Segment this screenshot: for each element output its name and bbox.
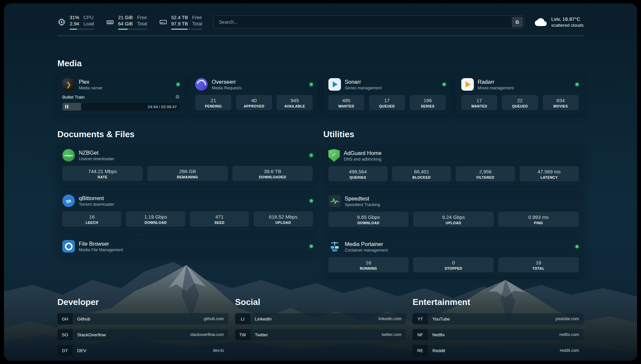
bookmark-url: reddit.com xyxy=(560,348,579,353)
stat-label: DOWNLOAD xyxy=(127,221,184,225)
bookmark-url: youtube.com xyxy=(555,317,579,321)
stat-box: 9.65 Gbps DOWNLOAD xyxy=(328,212,409,227)
stat-box: 618.52 Mbps UPLOAD xyxy=(254,211,313,227)
disk-free-value: 52.4 TB xyxy=(171,15,188,21)
app-name: Speedtest xyxy=(345,195,380,202)
playback-progress-bar[interactable]: 24:44 / 02:06:47 xyxy=(62,103,180,110)
app-card-qbittorrent[interactable]: qb qBittorrent Torrent downloader 16 LEE… xyxy=(57,190,318,231)
status-dot xyxy=(310,245,313,248)
section-title-social: Social xyxy=(235,297,406,307)
stat-value: 1.19 Gbps xyxy=(127,214,184,220)
bookmark-github[interactable]: GH Github github.com xyxy=(57,313,229,324)
stat-value: 196 xyxy=(411,97,444,104)
status-dot xyxy=(176,83,180,86)
stat-label: SEED xyxy=(191,221,248,225)
app-subtitle: Speedtest Tracking xyxy=(345,202,380,207)
stat-label: WANTED xyxy=(330,104,363,108)
system-stats: 31% 2.94 CPU Load xyxy=(57,15,202,30)
ram-free-value: 21 GiB xyxy=(118,15,133,21)
status-dot xyxy=(310,154,313,157)
stat-value: 22 xyxy=(503,97,536,104)
app-card-overseerr[interactable]: Overseerr Media Requests 21 PENDING 40 A… xyxy=(190,74,318,115)
bookmark-dev[interactable]: DT DEV dev.to xyxy=(57,345,229,356)
stat-box: 86,401 BLOCKED xyxy=(392,166,451,181)
stat-label: BLOCKED xyxy=(393,175,450,179)
pause-icon[interactable] xyxy=(65,105,68,108)
search-input[interactable] xyxy=(215,19,511,25)
stat-value: 9.24 Gbps xyxy=(414,214,492,220)
search-engine-button[interactable]: G xyxy=(512,17,523,27)
bookmark-name: DEV xyxy=(77,348,86,353)
adguard-shield-icon: ✓ xyxy=(328,149,340,162)
cpu-load-label: Load xyxy=(83,21,94,27)
stat-label: RUNNING xyxy=(330,266,408,270)
bookmark-url: netflix.com xyxy=(559,332,579,337)
bookmark-name: Netflix xyxy=(432,332,445,337)
section-title-media: Media xyxy=(57,58,584,69)
plex-icon: ❯ xyxy=(62,78,75,91)
bookmark-url: twitter.com xyxy=(382,332,402,337)
stat-label: LEECH xyxy=(64,221,120,225)
bookmark-url: dev.to xyxy=(213,348,224,353)
bookmark-reddit[interactable]: RE Reddit reddit.com xyxy=(412,345,584,356)
stat-box: 16 LEECH xyxy=(62,211,121,227)
bookmark-stackoverflow[interactable]: SO StackOverflow stackoverflow.com xyxy=(57,329,229,340)
ram-stat: 21 GiB 64 GiB Free Total xyxy=(106,15,147,30)
stat-label: UPLOAD xyxy=(255,221,311,225)
app-card-radarr[interactable]: Radarr Movie management 17 WANTED 22 QUE… xyxy=(456,74,584,115)
disk-icon xyxy=(159,18,168,26)
stat-value: 40 xyxy=(237,97,271,104)
app-card-adguard[interactable]: ✓ AdGuard Home DNS and adblocking 498,56… xyxy=(323,145,584,186)
bookmark-netflix[interactable]: NF Netflix netflix.com xyxy=(412,329,584,340)
disk-stat: 52.4 TB 97.9 TB Free Total xyxy=(159,15,202,30)
gear-icon[interactable]: ⚙ xyxy=(175,94,180,100)
stat-box: 17 WANTED xyxy=(461,95,497,110)
stat-value: 0.993 ms xyxy=(500,214,577,220)
stat-value: 17 xyxy=(463,97,496,104)
nzbget-icon: nzbget xyxy=(62,149,75,162)
search-bar: G xyxy=(213,15,524,29)
bookmark-twitter[interactable]: TW Twitter twitter.com xyxy=(235,329,406,340)
stat-value: 498,564 xyxy=(330,168,386,175)
bookmark-name: LinkedIn xyxy=(255,317,272,321)
status-dot xyxy=(443,83,446,86)
stat-label: STOPPED xyxy=(414,266,492,270)
stat-label: FILTERED xyxy=(457,175,513,179)
bookmark-linkedin[interactable]: LI LinkedIn linkedin.com xyxy=(235,313,406,324)
stat-label: DOWNLOAD xyxy=(330,221,408,225)
app-subtitle: Torrent downloader xyxy=(79,202,114,207)
ram-total-label: Total xyxy=(137,21,147,27)
app-card-speedtest[interactable]: Speedtest Speedtest Tracking 9.65 Gbps D… xyxy=(323,191,584,231)
stat-value: 16 xyxy=(500,259,577,266)
disk-total-value: 97.9 TB xyxy=(171,21,188,27)
bookmark-youtube[interactable]: YT YouTube youtube.com xyxy=(412,313,584,324)
stat-box: 40 APPROVED xyxy=(236,95,272,110)
app-card-nzbget[interactable]: nzbget NZBGet Usenet downloader 744.21 M… xyxy=(57,145,318,185)
app-name: File Browser xyxy=(79,240,123,247)
weather-widget[interactable]: Lviv, 16.87°C scattered clouds xyxy=(534,16,584,28)
app-name: Sonarr xyxy=(345,78,382,85)
app-card-plex[interactable]: ❯ Plex Media server Bullet Train ⚙ 24:44… xyxy=(57,74,185,115)
bookmark-url: github.com xyxy=(204,317,224,321)
stat-value: 945 xyxy=(278,97,311,104)
app-subtitle: Media Requests xyxy=(212,86,241,90)
app-card-filebrowser[interactable]: File Browser Media File Management xyxy=(57,236,318,257)
ram-icon xyxy=(106,18,114,26)
stat-label: QUEUED xyxy=(370,104,404,108)
app-name: Radarr xyxy=(478,78,514,85)
disk-usage-bar xyxy=(171,29,202,30)
app-card-portainer[interactable]: Media Portainer Container management 16 … xyxy=(323,236,584,277)
stat-label: MOVIES xyxy=(544,104,577,108)
cloud-icon xyxy=(534,17,547,27)
bookmark-name: Reddit xyxy=(432,348,445,353)
cpu-stat: 31% 2.94 CPU Load xyxy=(57,15,94,30)
stat-box: 9.24 Gbps UPLOAD xyxy=(413,212,494,227)
app-card-sonarr[interactable]: Sonarr Series management 485 WANTED 17 Q… xyxy=(323,74,451,115)
app-name: AdGuard Home xyxy=(344,150,382,156)
cpu-label: CPU xyxy=(83,15,94,21)
stat-label: REMAINING xyxy=(149,175,227,179)
stat-value: 21 xyxy=(197,97,230,104)
sonarr-icon xyxy=(328,78,341,91)
bookmarks-social: Social LI LinkedIn linkedin.com TW Twitt… xyxy=(235,297,406,356)
topbar: 31% 2.94 CPU Load xyxy=(57,15,584,30)
